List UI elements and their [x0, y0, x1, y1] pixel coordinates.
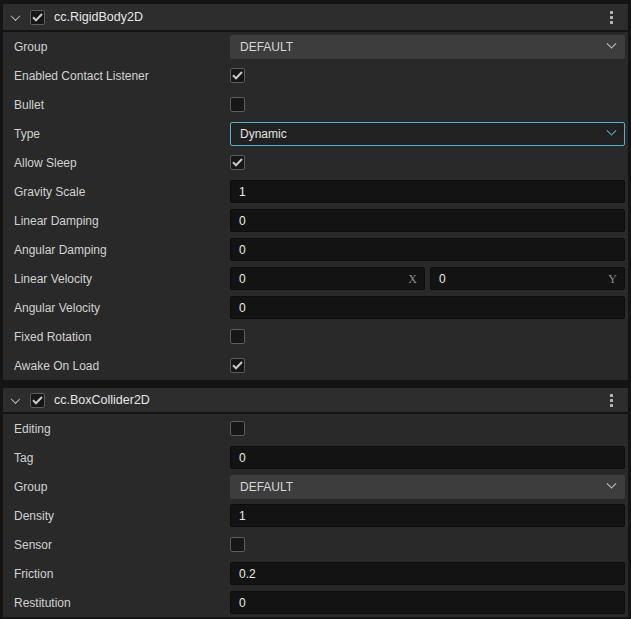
property-value: DEFAULT: [230, 475, 625, 499]
property-label: Group: [3, 40, 230, 54]
property-row-angular-damping: Angular Damping: [3, 235, 628, 264]
check-icon: [232, 71, 243, 80]
property-row-fixed-rotation: Fixed Rotation: [3, 322, 628, 351]
property-label: Linear Damping: [3, 214, 230, 228]
property-row-gravity-scale: Gravity Scale: [3, 177, 628, 206]
editing-checkbox[interactable]: [230, 421, 245, 436]
property-label: Bullet: [3, 98, 230, 112]
property-value: [230, 591, 625, 614]
property-value: [230, 97, 625, 112]
chevron-down-icon: [607, 39, 617, 49]
allow-sleep-checkbox[interactable]: [230, 155, 245, 170]
property-value: [230, 209, 625, 232]
component-title: cc.BoxCollider2D: [54, 393, 605, 407]
fixed-rotation-checkbox[interactable]: [230, 329, 245, 344]
bullet-checkbox[interactable]: [230, 97, 245, 112]
property-value: [230, 358, 625, 373]
component-header: cc.RigidBody2D: [3, 4, 628, 32]
check-icon: [32, 13, 43, 22]
property-label: Group: [3, 480, 230, 494]
property-label: Friction: [3, 567, 230, 581]
tag-input[interactable]: [230, 446, 625, 469]
chevron-down-icon[interactable]: [11, 394, 21, 404]
property-value: [230, 562, 625, 585]
property-row-linear-damping: Linear Damping: [3, 206, 628, 235]
property-row-sensor: Sensor: [3, 530, 628, 559]
property-value: Dynamic: [230, 122, 625, 146]
property-label: Enabled Contact Listener: [3, 69, 230, 83]
check-icon: [32, 396, 43, 405]
linear-velocity-x-input[interactable]: [230, 267, 425, 290]
property-label: Type: [3, 127, 230, 141]
component-enable-checkbox[interactable]: [30, 10, 45, 25]
linear-velocity-y-input[interactable]: [430, 267, 625, 290]
property-value: [230, 329, 625, 344]
select-value: Dynamic: [240, 127, 287, 141]
property-row-tag: Tag: [3, 443, 628, 472]
inspector-panel: cc.RigidBody2DGroupDEFAULTEnabled Contac…: [0, 0, 631, 619]
density-input[interactable]: [230, 504, 625, 527]
component-body: GroupDEFAULTEnabled Contact ListenerBull…: [3, 32, 628, 380]
component-title: cc.RigidBody2D: [54, 10, 605, 24]
property-value: [230, 180, 625, 203]
select-value: DEFAULT: [240, 480, 293, 494]
property-row-type: TypeDynamic: [3, 119, 628, 148]
kebab-icon: [610, 11, 613, 24]
linear-velocity-vec2: XY: [230, 267, 625, 290]
axis-field-x: X: [230, 267, 425, 290]
property-value: [230, 296, 625, 319]
property-row-restitution: Restitution: [3, 588, 628, 617]
property-label: Restitution: [3, 596, 230, 610]
sensor-checkbox[interactable]: [230, 537, 245, 552]
enabled-contact-listener-checkbox[interactable]: [230, 68, 245, 83]
component-menu-button[interactable]: [605, 390, 618, 411]
axis-field-y: Y: [430, 267, 625, 290]
property-label: Gravity Scale: [3, 185, 230, 199]
property-row-enabled-contact-listener: Enabled Contact Listener: [3, 61, 628, 90]
component-enable-checkbox[interactable]: [30, 393, 45, 408]
property-label: Angular Velocity: [3, 301, 230, 315]
property-value: [230, 238, 625, 261]
property-row-editing: Editing: [3, 414, 628, 443]
awake-on-load-checkbox[interactable]: [230, 358, 245, 373]
group-select[interactable]: DEFAULT: [230, 475, 625, 499]
property-label: Linear Velocity: [3, 272, 230, 286]
chevron-down-icon[interactable]: [11, 11, 21, 21]
angular-velocity-input[interactable]: [230, 296, 625, 319]
type-select[interactable]: Dynamic: [230, 122, 625, 146]
property-value: [230, 421, 625, 436]
property-row-group: GroupDEFAULT: [3, 472, 628, 501]
property-value: [230, 446, 625, 469]
component-body: EditingTagGroupDEFAULTDensitySensorFrict…: [3, 414, 628, 617]
kebab-icon: [610, 394, 613, 407]
check-icon: [232, 158, 243, 167]
property-value: [230, 68, 625, 83]
property-value: DEFAULT: [230, 35, 625, 59]
component-header: cc.BoxCollider2D: [3, 388, 628, 414]
friction-input[interactable]: [230, 562, 625, 585]
property-row-bullet: Bullet: [3, 90, 628, 119]
property-label: Awake On Load: [3, 359, 230, 373]
property-label: Angular Damping: [3, 243, 230, 257]
restitution-input[interactable]: [230, 591, 625, 614]
property-row-linear-velocity: Linear VelocityXY: [3, 264, 628, 293]
property-row-group: GroupDEFAULT: [3, 32, 628, 61]
property-row-allow-sleep: Allow Sleep: [3, 148, 628, 177]
component-menu-button[interactable]: [605, 7, 618, 28]
check-icon: [232, 361, 243, 370]
select-value: DEFAULT: [240, 40, 293, 54]
chevron-down-icon: [607, 479, 617, 489]
property-label: Density: [3, 509, 230, 523]
property-value: [230, 537, 625, 552]
angular-damping-input[interactable]: [230, 238, 625, 261]
property-row-density: Density: [3, 501, 628, 530]
property-value: [230, 504, 625, 527]
property-label: Fixed Rotation: [3, 330, 230, 344]
property-value: [230, 155, 625, 170]
linear-damping-input[interactable]: [230, 209, 625, 232]
chevron-down-icon: [607, 126, 617, 136]
property-row-awake-on-load: Awake On Load: [3, 351, 628, 380]
group-select[interactable]: DEFAULT: [230, 35, 625, 59]
property-label: Allow Sleep: [3, 156, 230, 170]
gravity-scale-input[interactable]: [230, 180, 625, 203]
